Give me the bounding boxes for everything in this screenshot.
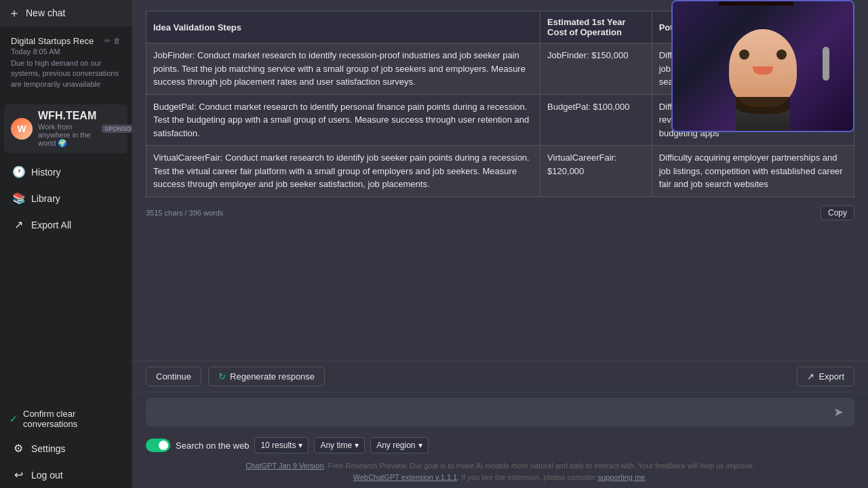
results-chevron: ▾	[298, 441, 302, 450]
webchatgpt-link[interactable]: WebChatGPT extension v.1.1.1	[353, 473, 457, 481]
main-content: Idea Validation Steps Estimated 1st Year…	[132, 0, 868, 488]
chat-item[interactable]: Digital Startups Rece ✏ 🗑 Today 8:05 AM …	[3, 30, 129, 95]
video-person	[673, 1, 853, 131]
send-button[interactable]: ➤	[831, 403, 846, 421]
sidebar-item-export[interactable]: ↗ Export All	[3, 212, 129, 237]
sidebar-item-library[interactable]: 📚 Library	[3, 186, 129, 211]
ad-text: WFH.TEAM Work from anywhere in the world…	[38, 110, 96, 148]
results-dropdown[interactable]: 10 results ▾	[254, 437, 309, 453]
sidebar: ＋ New chat Digital Startups Rece ✏ 🗑 Tod…	[0, 0, 132, 488]
export-label: Export All	[31, 220, 71, 230]
ad-subtitle: Work from anywhere in the world 🌍	[38, 123, 96, 148]
sidebar-item-settings[interactable]: ⚙ Settings	[3, 436, 129, 461]
settings-label: Settings	[31, 443, 66, 454]
sidebar-ad[interactable]: W WFH.TEAM Work from anywhere in the wor…	[4, 104, 127, 153]
table-row: VirtualCareerFair: Conduct market resear…	[146, 146, 854, 197]
export-icon: ↗	[12, 218, 24, 231]
chat-input[interactable]	[154, 404, 825, 420]
confirm-label: Confirm clear conversations	[23, 409, 122, 429]
action-bar: Continue ↻ Regenerate response ↗ Export	[132, 361, 868, 392]
results-label: 10 results	[260, 441, 296, 450]
toggle-slider	[146, 439, 170, 452]
region-chevron: ▾	[418, 441, 422, 450]
web-search-toggle[interactable]	[146, 439, 170, 452]
continue-button[interactable]: Continue	[146, 367, 201, 386]
library-label: Library	[31, 193, 60, 204]
input-box: ➤	[146, 398, 854, 426]
edit-icon[interactable]: ✏	[104, 37, 111, 45]
history-icon: 🕐	[12, 165, 24, 178]
input-area: ➤	[132, 392, 868, 432]
time-chevron: ▾	[355, 441, 359, 450]
sidebar-item-history[interactable]: 🕐 History	[3, 159, 129, 184]
new-chat-button[interactable]: ＋ New chat	[0, 0, 132, 26]
cell-cost-0: JobFinder: $150,000	[540, 43, 652, 95]
footer: ChatGPT Jan 9 Version. Free Research Pre…	[132, 458, 868, 488]
chat-preview: Due to high demand on our systems, previ…	[11, 58, 121, 89]
time-label: Any time	[320, 441, 352, 450]
new-chat-label: New chat	[26, 7, 65, 18]
logout-icon: ↩	[12, 468, 24, 481]
web-search-label: Search on the web	[176, 441, 249, 451]
check-icon: ✓	[9, 413, 18, 424]
cell-validation-0: JobFinder: Conduct market research to id…	[146, 43, 540, 95]
cell-validation-2: VirtualCareerFair: Conduct market resear…	[146, 146, 540, 197]
footer-text: ChatGPT Jan 9 Version. Free Research Pre…	[146, 460, 854, 472]
plus-icon: ＋	[8, 7, 20, 19]
logout-label: Log out	[31, 470, 63, 481]
cell-validation-1: BudgetPal: Conduct market research to id…	[146, 94, 540, 146]
export-label: Export	[818, 371, 844, 382]
time-dropdown[interactable]: Any time ▾	[314, 437, 365, 453]
history-label: History	[31, 167, 61, 178]
cell-challenges-2: Difficulty acquiring employer partnershi…	[652, 146, 854, 197]
sidebar-item-logout[interactable]: ↩ Log out	[3, 462, 129, 487]
copy-button[interactable]: Copy	[821, 205, 854, 220]
export-arrow-icon: ↗	[807, 371, 814, 382]
ad-badge: SPONSORED	[102, 125, 132, 133]
regenerate-label: Regenerate response	[230, 371, 315, 382]
cell-cost-1: BudgetPal: $100,000	[540, 94, 652, 146]
chat-history-section: Digital Startups Rece ✏ 🗑 Today 8:05 AM …	[0, 26, 132, 99]
settings-icon: ⚙	[12, 442, 24, 455]
supporting-link[interactable]: supporting me	[598, 473, 646, 481]
ad-logo: W	[11, 118, 33, 140]
confirm-clear-item[interactable]: ✓ Confirm clear conversations	[0, 403, 132, 435]
ad-title: WFH.TEAM	[38, 110, 96, 122]
chatgpt-version-link[interactable]: ChatGPT Jan 9 Version	[245, 462, 323, 470]
footer-text-2: WebChatGPT extension v.1.1.1. If you lik…	[146, 472, 854, 483]
regenerate-button[interactable]: ↻ Regenerate response	[208, 367, 325, 386]
cell-cost-2: VirtualCareerFair: $120,000	[540, 146, 652, 197]
web-search-bar: Search on the web 10 results ▾ Any time …	[132, 432, 868, 458]
export-button[interactable]: ↗ Export	[797, 367, 854, 386]
delete-icon[interactable]: 🗑	[113, 37, 121, 45]
char-count-text: 3515 chars / 396 words	[146, 209, 223, 217]
col-header-cost: Estimated 1st Year Cost of Operation	[540, 12, 652, 43]
region-dropdown[interactable]: Any region ▾	[370, 437, 428, 453]
library-icon: 📚	[12, 192, 24, 205]
chat-title: Digital Startups Rece	[11, 36, 102, 46]
chat-time: Today 8:05 AM	[11, 47, 121, 56]
char-count-bar: 3515 chars / 396 words Copy	[146, 203, 854, 223]
video-overlay	[671, 0, 854, 132]
col-header-validation: Idea Validation Steps	[146, 12, 540, 43]
continue-label: Continue	[156, 371, 191, 382]
region-label: Any region	[376, 441, 415, 450]
regenerate-icon: ↻	[218, 371, 226, 382]
